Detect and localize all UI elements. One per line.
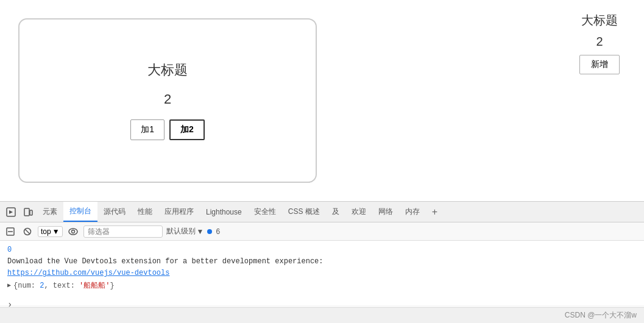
btn-group: 加1 加2 bbox=[130, 119, 205, 140]
devtools-footer: CSDN @一个大不溜w bbox=[0, 307, 644, 323]
devtools-toolbar: top ▼ 默认级别 ▼ 6 bbox=[0, 222, 644, 241]
component-box: 大标题 2 加1 加2 bbox=[18, 18, 317, 183]
level-label: 默认级别 bbox=[166, 226, 196, 236]
devtools-inspect-icon[interactable] bbox=[2, 204, 19, 221]
devtools-tabs: 元素 控制台 源代码 性能 应用程序 Lighthouse 安全性 CSS 概述… bbox=[0, 202, 644, 222]
clear-console-icon[interactable] bbox=[4, 225, 17, 238]
expand-icon[interactable]: ▶ bbox=[7, 280, 11, 291]
tab-css-overview[interactable]: CSS 概述 bbox=[282, 202, 326, 222]
tab-application[interactable]: 应用程序 bbox=[158, 202, 200, 222]
level-dropdown-icon: ▼ bbox=[197, 227, 204, 236]
add1-button[interactable]: 加1 bbox=[130, 119, 165, 140]
svg-rect-1 bbox=[24, 208, 29, 216]
top-label: top bbox=[41, 227, 51, 236]
right-panel: 大标题 2 新增 bbox=[579, 12, 620, 74]
tab-ji[interactable]: 及 bbox=[326, 202, 345, 222]
svg-point-7 bbox=[69, 229, 77, 235]
tab-console[interactable]: 控制台 bbox=[63, 202, 97, 222]
bottom-chevron-icon[interactable]: › bbox=[7, 300, 12, 305]
svg-line-6 bbox=[25, 229, 30, 234]
dropdown-arrow-icon: ▼ bbox=[52, 227, 60, 236]
component-title: 大标题 bbox=[147, 61, 188, 79]
level-selector[interactable]: 默认级别 ▼ bbox=[166, 226, 204, 236]
svg-point-8 bbox=[71, 230, 74, 233]
top-selector[interactable]: top ▼ bbox=[38, 226, 63, 237]
eye-icon[interactable] bbox=[66, 225, 80, 238]
console-chevron-area: › bbox=[7, 300, 12, 305]
tab-network[interactable]: 网络 bbox=[372, 202, 399, 222]
add2-button[interactable]: 加2 bbox=[169, 119, 205, 140]
console-line-link[interactable]: https://github.com/vuejs/vue-devtools bbox=[7, 268, 637, 279]
tab-welcome[interactable]: 欢迎 bbox=[345, 202, 372, 222]
tab-performance[interactable]: 性能 bbox=[132, 202, 158, 222]
console-line-obj: ▶ {num: 2, text: '船船船'} bbox=[7, 280, 637, 293]
tab-security[interactable]: 安全性 bbox=[248, 202, 282, 222]
footer-text: CSDN @一个大不溜w bbox=[565, 310, 637, 321]
svg-rect-2 bbox=[30, 210, 32, 215]
error-count: 6 bbox=[216, 227, 220, 236]
blue-dot-icon bbox=[207, 229, 212, 234]
obj-content: {num: 2, text: '船船船'} bbox=[13, 280, 115, 293]
devtools-panel: 元素 控制台 源代码 性能 应用程序 Lighthouse 安全性 CSS 概述… bbox=[0, 201, 644, 323]
add-new-button[interactable]: 新增 bbox=[579, 55, 620, 74]
tab-sources[interactable]: 源代码 bbox=[97, 202, 132, 222]
tab-memory[interactable]: 内存 bbox=[399, 202, 426, 222]
filter-input[interactable] bbox=[83, 225, 163, 238]
console-output: 0 Download the Vue Devtools extension fo… bbox=[0, 241, 644, 305]
right-count: 2 bbox=[596, 35, 603, 49]
devtools-device-icon[interactable] bbox=[19, 204, 37, 221]
add-tab-button[interactable]: + bbox=[428, 207, 441, 218]
tab-elements[interactable]: 元素 bbox=[37, 202, 63, 222]
console-line-zero: 0 bbox=[7, 244, 637, 256]
block-icon[interactable] bbox=[21, 225, 34, 238]
component-count: 2 bbox=[164, 91, 171, 107]
tab-lighthouse[interactable]: Lighthouse bbox=[200, 202, 248, 222]
main-area: 大标题 2 加1 加2 大标题 2 新增 bbox=[0, 0, 644, 201]
right-title: 大标题 bbox=[581, 12, 618, 29]
console-line-devtools: Download the Vue Devtools extension for … bbox=[7, 256, 637, 268]
